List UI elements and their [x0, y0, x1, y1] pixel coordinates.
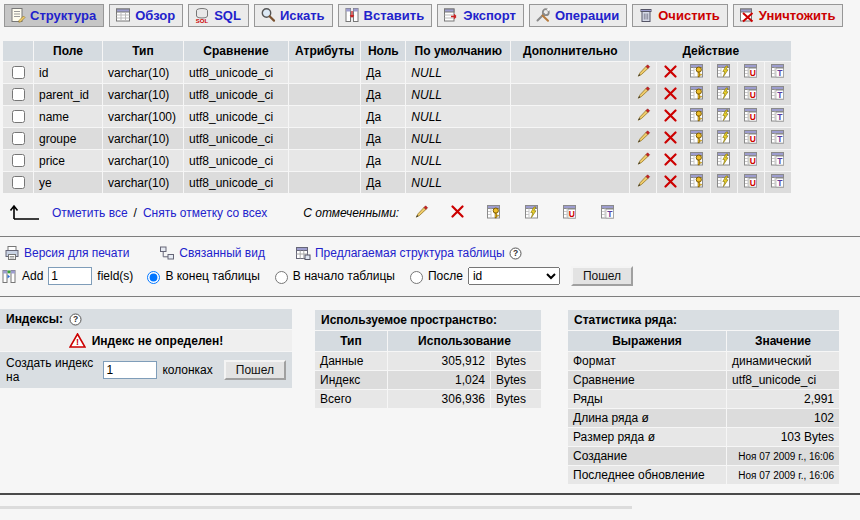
index-action-icon[interactable] [711, 106, 737, 127]
tab-label: Искать [280, 8, 325, 23]
unique-action-icon[interactable]: U [738, 150, 764, 171]
edit-action-icon[interactable] [630, 128, 656, 149]
add-field-go-button[interactable]: Пошел [571, 266, 633, 286]
with-selected-primary-icon[interactable] [486, 204, 502, 223]
tab-очистить[interactable]: Очистить [632, 4, 728, 27]
tab-уничтожить[interactable]: Уничтожить [733, 4, 844, 27]
unique-action-icon[interactable]: U [738, 172, 764, 193]
edit-action-icon[interactable] [630, 84, 656, 105]
indexes-help-icon[interactable]: ? [69, 313, 82, 326]
drop-action-icon[interactable] [657, 84, 683, 105]
primary-action-icon[interactable] [684, 150, 710, 171]
stats-row-1: Форматдинамический [568, 352, 839, 370]
row-checkbox[interactable] [12, 66, 25, 79]
tab-sql[interactable]: SQLSQL [188, 4, 249, 27]
edit-action-icon[interactable] [630, 106, 656, 127]
index-action-icon[interactable] [711, 62, 737, 83]
create-index-label: Создать индекс на [6, 356, 98, 384]
tab-обзор[interactable]: Обзор [109, 4, 183, 27]
drop-action-icon[interactable] [657, 150, 683, 171]
row-checkbox-cell [3, 150, 33, 171]
index-action-icon[interactable] [711, 150, 737, 171]
index-action-icon[interactable] [711, 172, 737, 193]
tab-label: Экспорт [463, 8, 516, 23]
edit-action-icon[interactable] [630, 150, 656, 171]
index-action-icon[interactable] [711, 128, 737, 149]
primary-action-icon[interactable] [684, 84, 710, 105]
space-value-cell: 305,912 [388, 352, 490, 370]
unique-action-icon[interactable]: U [738, 62, 764, 83]
page-tabs: СтруктураОбзорSQLSQLИскатьВставитьЭкспор… [0, 0, 860, 27]
field-collation-cell: utf8_unicode_ci [184, 62, 288, 83]
with-selected-drop-icon[interactable] [451, 205, 464, 221]
tab-структура[interactable]: Структура [4, 4, 104, 27]
position-option-label: В конец таблицы [165, 269, 259, 283]
position-option-0[interactable]: В конец таблицы [142, 268, 259, 284]
tab-label: Операции [555, 8, 619, 23]
row-checkbox[interactable] [12, 88, 25, 101]
stats-value-cell: Ноя 07 2009 г., 16:06 [727, 466, 839, 484]
with-selected-fulltext-icon[interactable]: T [600, 204, 616, 223]
unique-action-icon[interactable]: U [738, 128, 764, 149]
with-selected-index-icon[interactable] [524, 204, 540, 223]
field-row-name: namevarchar(100)utf8_unicode_ciДаNULLUT [3, 106, 791, 127]
col-header-action: Действие [630, 41, 791, 61]
tab-экспорт[interactable]: Экспорт [437, 4, 524, 27]
row-checkbox[interactable] [12, 132, 25, 145]
primary-action-icon[interactable] [684, 172, 710, 193]
unique-action-icon[interactable]: U [738, 84, 764, 105]
with-selected-unique-icon[interactable]: U [562, 204, 578, 223]
check-all-link[interactable]: Отметить все [52, 206, 128, 220]
row-checkbox[interactable] [12, 176, 25, 189]
fulltext-action-icon[interactable]: T [765, 106, 791, 127]
primary-action-icon[interactable] [684, 128, 710, 149]
position-radio[interactable] [410, 271, 423, 284]
drop-action-icon[interactable] [657, 172, 683, 193]
field-type-cell: varchar(10) [103, 84, 183, 105]
fulltext-action-icon[interactable]: T [765, 62, 791, 83]
fulltext-action-icon[interactable]: T [765, 172, 791, 193]
tab-искать[interactable]: Искать [254, 4, 333, 27]
relation-view-link[interactable]: Связанный вид [159, 245, 265, 261]
drop-action-icon[interactable] [657, 106, 683, 127]
row-checkbox[interactable] [12, 154, 25, 167]
index-action-icon[interactable] [711, 84, 737, 105]
stats-row-3: Ряды2,991 [568, 390, 839, 408]
tab-операции[interactable]: Операции [529, 4, 627, 27]
print-view-link[interactable]: Версия для печати [4, 245, 129, 261]
position-radio[interactable] [275, 271, 288, 284]
svg-text:U: U [750, 134, 756, 144]
after-field-select[interactable]: id [468, 267, 560, 285]
create-index-go-button[interactable]: Пошел [224, 360, 286, 380]
unique-action-icon[interactable]: U [738, 106, 764, 127]
browse-icon [115, 7, 131, 23]
fulltext-action-icon[interactable]: T [765, 150, 791, 171]
index-columns-input[interactable] [103, 361, 157, 379]
check-column-header [3, 41, 33, 61]
add-field-count-input[interactable] [48, 267, 92, 285]
edit-action-icon[interactable] [630, 62, 656, 83]
drop-action-icon[interactable] [657, 62, 683, 83]
position-option-1[interactable]: В начало таблицы [270, 268, 395, 284]
primary-action-icon[interactable] [684, 62, 710, 83]
help-icon[interactable]: ? [509, 247, 522, 260]
fulltext-action-icon[interactable]: T [765, 128, 791, 149]
with-selected-edit-icon[interactable] [413, 204, 429, 223]
space-row-3: Всего306,936Bytes [315, 390, 541, 408]
field-name-cell: name [34, 106, 102, 127]
field-null-cell: Да [361, 150, 405, 171]
position-option-2[interactable]: После [405, 268, 463, 284]
propose-structure-link[interactable]: Предлагаемая структура таблицы ? [295, 245, 522, 261]
fields-table-header-row: Поле Тип Сравнение Атрибуты Ноль По умол… [3, 41, 791, 61]
svg-text:SQL: SQL [196, 18, 209, 24]
drop-action-icon[interactable] [657, 128, 683, 149]
edit-action-icon[interactable] [630, 172, 656, 193]
tab-вставить[interactable]: Вставить [338, 4, 433, 27]
position-radio[interactable] [147, 271, 160, 284]
row-checkbox[interactable] [12, 110, 25, 123]
uncheck-all-link[interactable]: Снять отметку со всех [143, 206, 267, 220]
primary-action-icon[interactable] [684, 106, 710, 127]
fulltext-action-icon[interactable]: T [765, 84, 791, 105]
space-row-1: Данные305,912Bytes [315, 352, 541, 370]
field-null-cell: Да [361, 84, 405, 105]
